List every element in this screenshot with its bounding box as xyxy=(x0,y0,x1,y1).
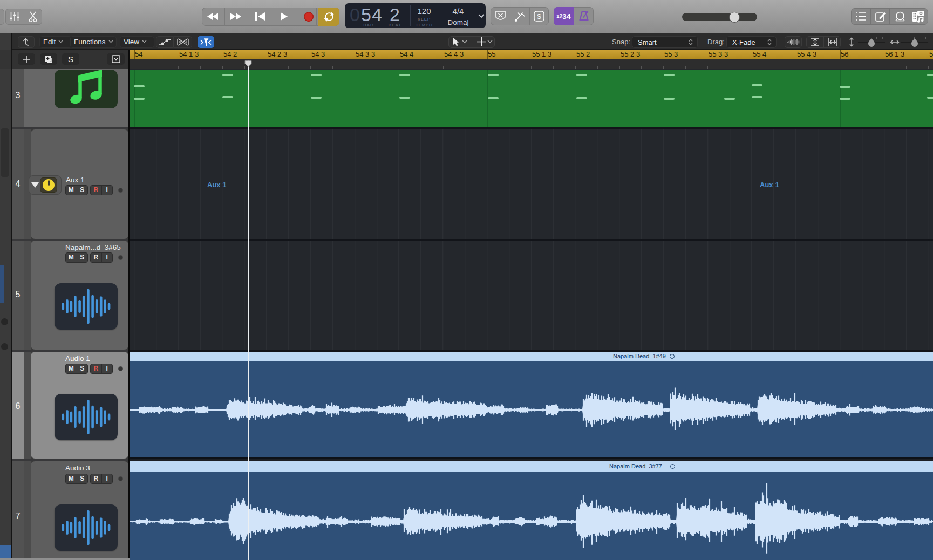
svg-text:S: S xyxy=(537,13,541,21)
